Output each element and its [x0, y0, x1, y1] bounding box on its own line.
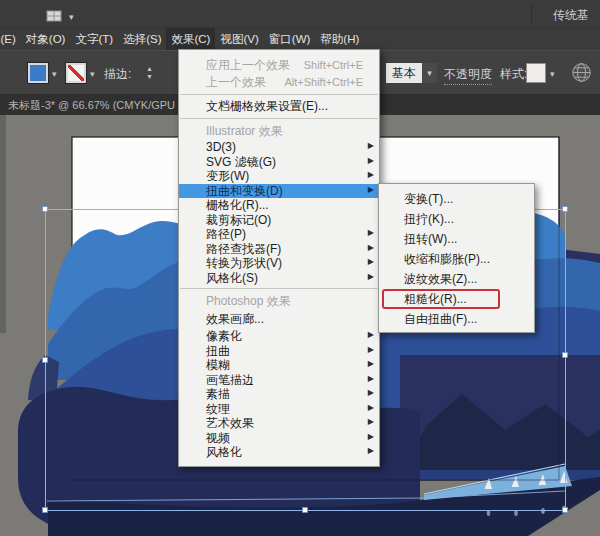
submenu-arrow-icon: ▶ — [368, 329, 374, 344]
menubar-item-7[interactable]: 帮助(H) — [315, 28, 364, 50]
menu-item-label: 视频 — [206, 431, 379, 446]
menu-item-label: 纹理 — [206, 402, 379, 417]
submenu-arrow-icon: ▶ — [368, 227, 374, 242]
submenu-arrow-icon: ▶ — [368, 183, 374, 198]
menu-item-shortcut: Alt+Shift+Ctrl+E — [284, 74, 379, 91]
effect-menu-item-21[interactable]: 模糊▶ — [179, 358, 379, 373]
menu-item-label: 扭曲 — [206, 344, 379, 359]
effect-menu-item-18[interactable]: 效果画廊... — [179, 310, 379, 329]
menu-item-label: 扭曲和变换(D) — [206, 184, 379, 199]
menu-item-label: SVG 滤镜(G) — [206, 155, 379, 170]
menubar-item-5[interactable]: 视图(V) — [215, 28, 263, 50]
menu-item-label: Photoshop 效果 — [206, 292, 379, 310]
menu-item-label: 上一个效果 — [206, 74, 284, 91]
submenu-arrow-icon: ▶ — [368, 358, 374, 373]
submenu-item-2[interactable]: 扭转(W)... — [379, 229, 534, 249]
submenu-arrow-icon: ▶ — [368, 241, 374, 256]
submenu-item-5[interactable]: 粗糙化(R)... — [379, 289, 534, 309]
menu-item-label: 变形(W) — [206, 169, 379, 184]
effect-menu-item-22[interactable]: 画笔描边▶ — [179, 373, 379, 388]
submenu-item-4[interactable]: 波纹效果(Z)... — [379, 269, 534, 289]
menu-item-label: 转换为形状(V) — [206, 256, 379, 271]
arrange-documents-icon — [46, 8, 62, 26]
menu-item-label: 像素化 — [206, 329, 379, 344]
menubar-item-6[interactable]: 窗口(W) — [264, 28, 316, 50]
menu-item-label: 3D(3) — [206, 140, 379, 155]
effect-menu-item-0[interactable]: 应用上一个效果Shift+Ctrl+E — [179, 57, 379, 74]
menubar-item-3[interactable]: 选择(S) — [118, 28, 166, 50]
panel-edge — [0, 115, 6, 333]
submenu-arrow-icon: ▶ — [368, 140, 374, 155]
menu-item-label: 文档栅格效果设置(E)... — [206, 98, 379, 115]
menubar-item-0[interactable]: 辑(E) — [0, 28, 21, 50]
globe-icon[interactable] — [571, 62, 592, 86]
effect-menu-item-3[interactable]: 文档栅格效果设置(E)... — [179, 98, 379, 115]
opacity-link[interactable]: 不透明度 — [444, 66, 492, 85]
submenu-arrow-icon: ▶ — [368, 387, 374, 402]
submenu-arrow-icon: ▶ — [368, 372, 374, 387]
submenu-arrow-icon: ▶ — [368, 416, 374, 431]
submenu-arrow-icon: ▶ — [368, 430, 374, 445]
submenu-item-0[interactable]: 变换(T)... — [379, 189, 534, 209]
submenu-item-1[interactable]: 扭拧(K)... — [379, 209, 534, 229]
menu-item-label: 栅格化(R)... — [206, 198, 379, 213]
effect-menu-item-25[interactable]: 艺术效果▶ — [179, 416, 379, 431]
menu-item-label: 路径查找器(F) — [206, 242, 379, 257]
menubar-item-2[interactable]: 文字(T) — [70, 28, 118, 50]
effect-menu-item-17: Photoshop 效果 — [179, 292, 379, 310]
chevron-down-icon[interactable]: ▾ — [550, 69, 555, 79]
effect-menu-item-15[interactable]: 风格化(S)▶ — [179, 271, 379, 286]
menu-item-label: 风格化(S) — [206, 271, 379, 286]
stroke-color-swatch[interactable] — [66, 63, 86, 83]
submenu-item-3[interactable]: 收缩和膨胀(P)... — [379, 249, 534, 269]
document-title: 未标题-3* @ 66.67% (CMYK/GPU — [8, 99, 175, 111]
effect-menu-item-1[interactable]: 上一个效果Alt+Shift+Ctrl+E — [179, 74, 379, 91]
application-titlebar: ▾ 传统基 — [0, 0, 600, 28]
effect-menu-item-13[interactable]: 路径查找器(F)▶ — [179, 242, 379, 257]
submenu-arrow-icon: ▶ — [368, 154, 374, 169]
menu-item-label: Illustrator 效果 — [206, 122, 379, 140]
effect-menu-item-14[interactable]: 转换为形状(V)▶ — [179, 256, 379, 271]
fill-color-swatch[interactable] — [28, 63, 48, 83]
menubar-item-4[interactable]: 效果(C) — [166, 28, 215, 50]
effect-menu-item-26[interactable]: 视频▶ — [179, 431, 379, 446]
effect-menu-item-19[interactable]: 像素化▶ — [179, 329, 379, 344]
chevron-down-icon[interactable]: ▾ — [422, 63, 437, 83]
menu-item-label: 艺术效果 — [206, 416, 379, 431]
arrange-documents-button[interactable]: ▾ — [46, 8, 74, 26]
effect-menu-item-12[interactable]: 路径(P)▶ — [179, 227, 379, 242]
effect-menu-item-24[interactable]: 纹理▶ — [179, 402, 379, 417]
effect-menu-item-6[interactable]: 3D(3)▶ — [179, 140, 379, 155]
effect-menu-item-10[interactable]: 栅格化(R)... — [179, 198, 379, 213]
chevron-down-icon[interactable]: ▾ — [52, 69, 57, 79]
brush-definition-select[interactable]: 基本 — [386, 63, 422, 83]
effect-menu-item-7[interactable]: SVG 滤镜(G)▶ — [179, 155, 379, 170]
workspace-switcher[interactable]: 传统基 — [553, 7, 600, 24]
menu-item-label: 路径(P) — [206, 227, 379, 242]
chevron-down-icon[interactable]: ▾ — [90, 69, 95, 79]
menu-separator — [180, 94, 378, 95]
submenu-item-6[interactable]: 自由扭曲(F)... — [379, 309, 534, 329]
graphic-style-swatch[interactable] — [526, 63, 546, 83]
distort-transform-submenu: 变换(T)...扭拧(K)...扭转(W)...收缩和膨胀(P)...波纹效果(… — [378, 183, 535, 333]
menubar-item-1[interactable]: 对象(O) — [21, 28, 71, 50]
menu-separator — [180, 118, 378, 119]
menu-item-label: 画笔描边 — [206, 373, 379, 388]
effect-menu-item-20[interactable]: 扭曲▶ — [179, 344, 379, 359]
menu-item-label: 应用上一个效果 — [206, 57, 304, 74]
menu-item-label: 风格化 — [206, 445, 379, 460]
effect-menu-item-11[interactable]: 裁剪标记(O) — [179, 213, 379, 228]
effect-menu-item-8[interactable]: 变形(W)▶ — [179, 169, 379, 184]
stroke-weight-stepper[interactable]: ▴▾ — [143, 63, 156, 83]
effect-menu-item-5: Illustrator 效果 — [179, 122, 379, 140]
effect-menu-item-9[interactable]: 扭曲和变换(D)▶ — [179, 184, 379, 199]
menu-item-label: 素描 — [206, 387, 379, 402]
menubar: 辑(E)对象(O)文字(T)选择(S)效果(C)视图(V)窗口(W)帮助(H) — [0, 28, 600, 50]
titlebar-divider — [531, 4, 532, 24]
menu-item-label: 效果画廊... — [206, 310, 379, 329]
roughen-annotation-box — [382, 289, 500, 309]
effect-menu-item-27[interactable]: 风格化▶ — [179, 445, 379, 460]
effect-menu-item-23[interactable]: 素描▶ — [179, 387, 379, 402]
stroke-weight-label: 描边: — [104, 66, 131, 83]
chevron-down-icon: ▾ — [69, 13, 74, 22]
